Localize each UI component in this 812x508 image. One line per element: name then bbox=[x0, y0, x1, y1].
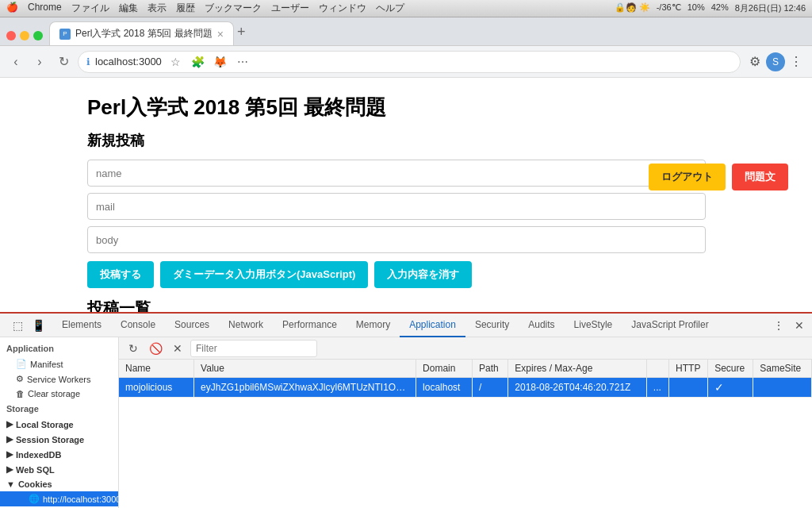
tab-js-profiler[interactable]: JavaScript Profiler bbox=[622, 314, 718, 337]
mail-field-group bbox=[87, 193, 796, 220]
mac-menu-left: 🍎 Chrome ファイル 編集 表示 履歴 ブックマーク ユーザー ウィンドウ… bbox=[6, 2, 404, 15]
devtools-sidebar: Application 📄 Manifest ⚙ Service Workers… bbox=[0, 337, 119, 508]
traffic-light-close[interactable] bbox=[6, 31, 16, 40]
delete-cookie-icon[interactable]: ✕ bbox=[168, 339, 187, 358]
extensions-button[interactable]: ⚙ bbox=[745, 52, 764, 71]
new-tab-button[interactable]: + bbox=[237, 24, 246, 45]
dummy-data-button[interactable]: ダミーデータ入力用ボタン(JavaScript) bbox=[160, 261, 368, 288]
sidebar-group-indexed-db[interactable]: ▶ IndexedDB bbox=[0, 447, 118, 462]
secure-checkmark: ✓ bbox=[714, 381, 724, 394]
tab-memory[interactable]: Memory bbox=[347, 314, 400, 337]
body-field-group bbox=[87, 226, 796, 253]
col-header-name: Name bbox=[119, 360, 194, 378]
devtools-inspect-icon[interactable]: ⬚ bbox=[8, 316, 27, 335]
mondai-button[interactable]: 問題文 bbox=[732, 164, 788, 190]
sidebar-item-clear-storage[interactable]: 🗑 Clear storage bbox=[0, 387, 118, 401]
body-input[interactable] bbox=[87, 226, 706, 253]
chrome-menu-button[interactable]: ⋮ bbox=[787, 52, 806, 71]
clear-cookies-icon[interactable]: 🚫 bbox=[146, 339, 165, 358]
devtools-close-icon[interactable]: ✕ bbox=[790, 316, 809, 335]
sidebar-group-web-sql[interactable]: ▶ Web SQL bbox=[0, 462, 118, 477]
mac-menu-view[interactable]: 表示 bbox=[147, 2, 167, 15]
traffic-light-minimize[interactable] bbox=[20, 31, 29, 40]
mac-menu-chrome[interactable]: Chrome bbox=[28, 2, 62, 15]
tab-label: Perl入学式 2018 第5回 最終問題 bbox=[75, 27, 213, 40]
address-url: localhost:3000 bbox=[95, 56, 162, 67]
tab-close-button[interactable]: × bbox=[217, 28, 224, 40]
refresh-cookies-icon[interactable]: ↻ bbox=[124, 339, 143, 358]
address-secure-icon: ℹ bbox=[86, 56, 90, 67]
tab-livestyle[interactable]: LiveStyle bbox=[565, 314, 622, 337]
posts-heading: 投稿一覧 bbox=[87, 298, 796, 312]
tab-application[interactable]: Application bbox=[400, 314, 465, 337]
address-field[interactable]: ℹ localhost:3000 ☆ 🧩 🦊 ⋯ bbox=[78, 51, 741, 73]
sidebar-group-local-storage[interactable]: ▶ Local Storage bbox=[0, 417, 118, 432]
mac-status-right: 🔒🧑 ☀️ -/36℃ 10% 42% 8月26日(日) 12:46 bbox=[615, 2, 806, 14]
web-sql-label: Web SQL bbox=[16, 465, 55, 475]
table-row[interactable]: mojolicious eyJhZG1pbil6MSwiZXhwaXJlcyl6… bbox=[119, 378, 812, 398]
mac-menu-history[interactable]: 履歴 bbox=[176, 2, 195, 15]
sidebar-section-storage: Storage bbox=[0, 401, 118, 417]
sidebar-item-localhost[interactable]: 🌐 http://localhost:3000 bbox=[0, 491, 118, 506]
tab-security[interactable]: Security bbox=[465, 314, 519, 337]
extension-icon[interactable]: 🧩 bbox=[189, 52, 208, 71]
profile-button[interactable]: S bbox=[766, 52, 785, 71]
mac-battery: 10% bbox=[688, 2, 705, 14]
filter-input[interactable] bbox=[190, 340, 317, 357]
sidebar-section-application: Application bbox=[0, 341, 118, 356]
extension2-icon[interactable]: 🦊 bbox=[211, 52, 230, 71]
tab-audits[interactable]: Audits bbox=[519, 314, 564, 337]
page-title: Perl入学式 2018 第5回 最終問題 bbox=[87, 94, 796, 121]
mail-input[interactable] bbox=[87, 193, 706, 220]
mac-menu-edit[interactable]: 編集 bbox=[119, 2, 138, 15]
tab-network[interactable]: Network bbox=[219, 314, 273, 337]
cookie-table: Name Value Domain Path Expires / Max-Age… bbox=[119, 360, 812, 398]
bookmark-icon[interactable]: ☆ bbox=[167, 52, 186, 71]
sidebar-group-cookies[interactable]: ▼ Cookies bbox=[0, 477, 118, 491]
mac-menu-bookmarks[interactable]: ブックマーク bbox=[205, 2, 262, 15]
manifest-label: Manifest bbox=[30, 360, 63, 369]
refresh-button[interactable]: ↻ bbox=[54, 52, 73, 71]
cookie-ellipsis[interactable]: ... bbox=[646, 378, 668, 398]
submit-button[interactable]: 投稿する bbox=[87, 261, 154, 288]
devtools-right-icons: ⋮ ✕ bbox=[769, 316, 809, 335]
traffic-lights bbox=[6, 31, 43, 45]
page-top-right-buttons: ログアウト 問題文 bbox=[649, 164, 788, 190]
browser-tab-active[interactable]: P Perl入学式 2018 第5回 最終問題 × bbox=[49, 21, 234, 45]
session-storage-arrow-icon: ▶ bbox=[6, 434, 13, 444]
mac-menu-file[interactable]: ファイル bbox=[71, 2, 109, 15]
local-storage-arrow-icon: ▶ bbox=[6, 419, 13, 429]
tab-performance[interactable]: Performance bbox=[273, 314, 347, 337]
mac-menu-apple[interactable]: 🍎 bbox=[6, 2, 18, 15]
devtools-left-icons: ⬚ 📱 bbox=[3, 316, 52, 335]
mac-menu-window[interactable]: ウィンドウ bbox=[319, 2, 366, 15]
logout-button[interactable]: ログアウト bbox=[649, 164, 726, 190]
devtools-mobile-icon[interactable]: 📱 bbox=[29, 316, 48, 335]
back-button[interactable]: ‹ bbox=[6, 52, 25, 71]
cookie-table-container: Name Value Domain Path Expires / Max-Age… bbox=[119, 360, 812, 508]
mac-battery-percent: 42% bbox=[711, 2, 729, 14]
col-header-secure: Secure bbox=[708, 360, 753, 378]
forward-button[interactable]: › bbox=[30, 52, 49, 71]
sidebar-group-session-storage[interactable]: ▶ Session Storage bbox=[0, 432, 118, 447]
tab-sources[interactable]: Sources bbox=[165, 314, 219, 337]
sidebar-item-manifest[interactable]: 📄 Manifest bbox=[0, 356, 118, 371]
cookies-arrow-icon: ▼ bbox=[6, 479, 15, 489]
cookie-domain: localhost bbox=[416, 378, 473, 398]
devtools-secondary-toolbar: ↻ 🚫 ✕ bbox=[119, 337, 812, 360]
tab-console[interactable]: Console bbox=[111, 314, 165, 337]
sidebar-item-service-workers[interactable]: ⚙ Service Workers bbox=[0, 371, 118, 387]
cookie-table-header: Name Value Domain Path Expires / Max-Age… bbox=[119, 360, 812, 378]
mac-menu-user[interactable]: ユーザー bbox=[271, 2, 309, 15]
section-subtitle: 新規投稿 bbox=[87, 131, 796, 150]
mac-menu-help[interactable]: ヘルプ bbox=[376, 2, 404, 15]
clear-button[interactable]: 入力内容を消す bbox=[374, 261, 472, 288]
devtools-more-icon[interactable]: ⋮ bbox=[769, 316, 788, 335]
cookie-name: mojolicious bbox=[119, 378, 194, 398]
more-icon[interactable]: ⋯ bbox=[233, 52, 252, 71]
traffic-light-maximize[interactable] bbox=[33, 31, 43, 40]
col-header-expires: Expires / Max-Age bbox=[508, 360, 647, 378]
name-input[interactable] bbox=[87, 160, 706, 187]
cookie-path: / bbox=[473, 378, 508, 398]
tab-elements[interactable]: Elements bbox=[52, 314, 111, 337]
